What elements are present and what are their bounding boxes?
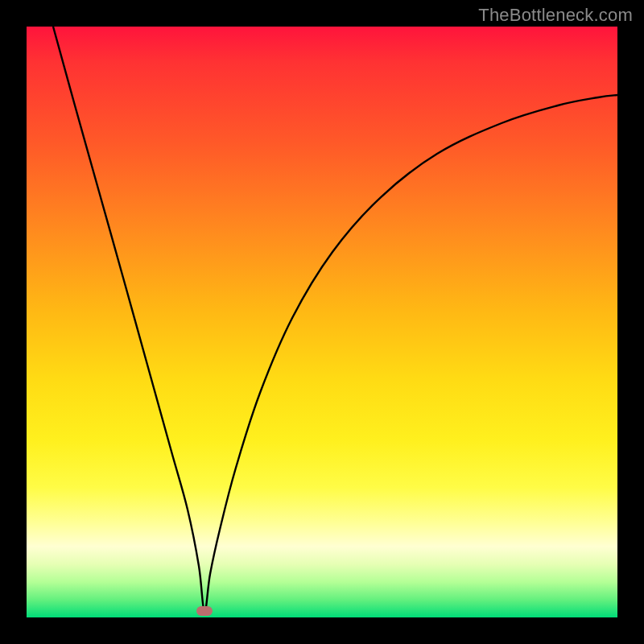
bottleneck-curve [27,27,617,617]
optimal-point-marker [196,606,213,616]
curve-path [53,27,617,612]
watermark-text: TheBottleneck.com [478,5,633,26]
chart-plot-area [27,27,617,617]
chart-frame: TheBottleneck.com [0,0,644,644]
